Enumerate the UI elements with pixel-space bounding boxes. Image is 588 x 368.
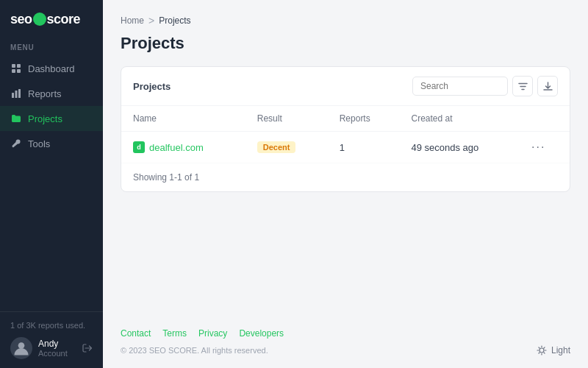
svg-rect-0 [12,64,15,68]
project-name: dealfuel.com [149,142,204,153]
col-result: Result [245,106,328,132]
project-actions-cell: ··· [520,132,570,163]
svg-rect-3 [17,69,21,73]
breadcrumb-current: Projects [159,15,190,26]
svg-rect-1 [17,64,21,68]
footer-bottom: © 2023 SEO SCORE. All rights reserved. L… [121,344,570,356]
sidebar-nav: Dashboard Reports Projects [0,56,103,311]
light-mode-icon [536,344,548,356]
footer-link-privacy[interactable]: Privacy [198,328,227,339]
sidebar-item-dashboard-label: Dashboard [28,63,75,74]
card-header-actions [412,76,558,96]
theme-toggle[interactable]: Light [536,344,570,356]
svg-rect-6 [18,89,21,98]
footer-links: Contact Terms Privacy Developers [121,328,570,339]
table-header-row: Name Result Reports Created at [121,106,570,132]
sidebar-item-tools[interactable]: Tools [0,131,103,156]
sidebar-item-reports-label: Reports [28,88,62,99]
breadcrumb-home[interactable]: Home [121,15,144,26]
sidebar: seoscore MENU Dashboard [0,0,103,368]
user-area: Andy Account [10,337,93,359]
user-info: Andy Account [38,339,76,358]
svg-point-8 [539,348,544,353]
project-created-cell: 49 seconds ago [400,132,520,163]
footer: Contact Terms Privacy Developers © 2023 … [103,316,588,368]
content-area: Home > Projects Projects Projects [103,0,588,316]
reports-used: 1 of 3K reports used. [10,321,93,330]
projects-card: Projects [121,66,570,192]
logo-score: score [47,12,81,26]
footer-copyright: © 2023 SEO SCORE. All rights reserved. [121,346,268,355]
showing-text: Showing 1-1 of 1 [121,163,570,191]
grid-icon [10,63,22,74]
logo-seo: seo [10,12,32,26]
user-label: Account [38,349,76,358]
table-row: d dealfuel.com Decent 1 49 seconds ago ·… [121,132,570,163]
card-title: Projects [133,81,171,92]
project-reports-cell: 1 [328,132,400,163]
more-options-button[interactable]: ··· [531,141,545,153]
svg-point-7 [18,342,25,349]
projects-table: Name Result Reports Created at d dealfue… [121,106,570,163]
svg-rect-5 [15,91,18,98]
col-actions [520,106,570,132]
breadcrumb: Home > Projects [121,15,570,26]
sidebar-footer: 1 of 3K reports used. Andy Account [0,311,103,368]
page-title: Projects [121,34,570,53]
col-created: Created at [400,106,520,132]
card-header: Projects [121,67,570,106]
theme-label: Light [551,345,570,355]
footer-link-terms[interactable]: Terms [162,328,187,339]
main-content: Home > Projects Projects Projects [103,0,588,368]
svg-rect-4 [12,93,14,98]
sidebar-item-tools-label: Tools [28,138,50,149]
sidebar-item-projects-label: Projects [28,113,62,124]
avatar [10,337,32,359]
sidebar-item-projects[interactable]: Projects [0,106,103,131]
tool-icon [10,138,22,149]
sidebar-item-dashboard[interactable]: Dashboard [0,56,103,81]
logo: seoscore [0,0,103,36]
filter-button[interactable] [512,76,533,96]
result-badge: Decent [257,141,296,153]
folder-icon [10,113,22,124]
sidebar-item-reports[interactable]: Reports [0,81,103,106]
project-name-cell: d dealfuel.com [121,132,245,163]
download-button[interactable] [537,76,558,96]
logout-button[interactable] [82,343,93,353]
col-reports: Reports [328,106,400,132]
logo-o-circle [33,13,46,26]
search-input[interactable] [412,77,508,96]
project-favicon: d [133,141,145,153]
col-name: Name [121,106,245,132]
project-result-cell: Decent [245,132,328,163]
breadcrumb-separator: > [148,15,154,26]
menu-label: MENU [0,36,103,56]
bar-chart-icon [10,88,22,99]
project-link[interactable]: d dealfuel.com [133,141,234,153]
footer-link-contact[interactable]: Contact [121,328,151,339]
user-name: Andy [38,339,76,349]
footer-link-developers[interactable]: Developers [239,328,284,339]
svg-rect-2 [12,69,15,73]
